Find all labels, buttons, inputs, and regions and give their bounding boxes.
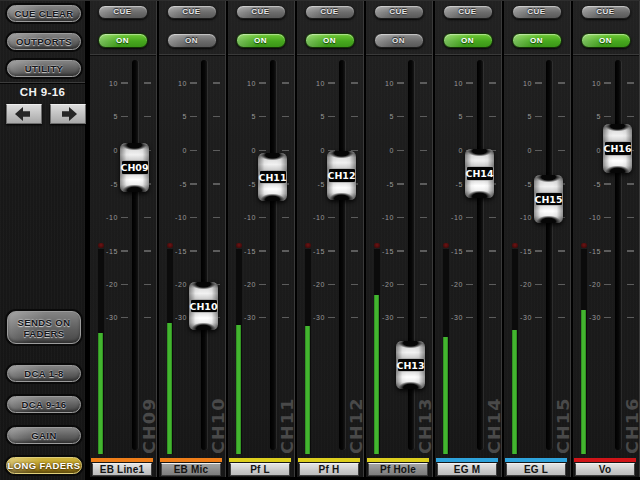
- cue-button-ch15[interactable]: CUE: [512, 5, 562, 20]
- scale-label: -10: [437, 214, 463, 221]
- channel-bank-label: CH 9-16: [0, 86, 85, 98]
- outports-button[interactable]: OUTPORTS: [7, 33, 81, 50]
- scale-label: -15: [299, 248, 325, 255]
- scale-tick: [397, 317, 404, 319]
- channel-strip-ch12: CUEON1050-5-10-15-20-30CH12Pf HCH12: [297, 0, 363, 477]
- scale-tick: [259, 82, 266, 84]
- scale-label: -10: [161, 214, 187, 221]
- cue-button-ch14[interactable]: CUE: [443, 5, 493, 20]
- scale-tick: [604, 82, 611, 84]
- scale-label: -5: [230, 181, 256, 188]
- fader-cap-ch11[interactable]: CH11: [258, 153, 287, 202]
- cue-button-ch12[interactable]: CUE: [305, 5, 355, 20]
- cue-button-ch13[interactable]: CUE: [374, 5, 424, 20]
- scale-tick: [489, 250, 496, 252]
- long-faders-button[interactable]: LONG FADERS: [6, 457, 82, 474]
- channel-name-ch12[interactable]: Pf H: [299, 463, 359, 476]
- cue-button-ch16[interactable]: CUE: [581, 5, 631, 20]
- on-button-ch16[interactable]: ON: [581, 33, 631, 48]
- sends-on-faders-button[interactable]: SENDS ON FADERS: [7, 311, 81, 344]
- strip-separator: [297, 54, 363, 55]
- fader-cap-ch10[interactable]: CH10: [189, 282, 218, 331]
- meter-peak-led: [236, 243, 242, 248]
- dca-1-8-button[interactable]: DCA 1-8: [7, 365, 81, 382]
- fader-slot: [615, 60, 621, 450]
- scale-tick: [397, 116, 404, 118]
- fader-slot: [477, 60, 483, 450]
- scale-label: -5: [368, 181, 394, 188]
- scale-tick: [397, 150, 404, 152]
- scale-tick: [351, 250, 358, 252]
- dca-9-16-button[interactable]: DCA 9-16: [7, 396, 81, 413]
- cue-button-ch10[interactable]: CUE: [167, 5, 217, 20]
- level-meter-fill: [305, 326, 310, 454]
- fader-cap-ch12[interactable]: CH12: [327, 151, 356, 200]
- scale-tick: [489, 317, 496, 319]
- scale-tick: [190, 183, 197, 185]
- scale-label: 0: [92, 147, 118, 154]
- scale-label: -10: [92, 214, 118, 221]
- gain-button[interactable]: GAIN: [7, 427, 81, 444]
- cue-button-ch11[interactable]: CUE: [236, 5, 286, 20]
- scale-label: -30: [92, 314, 118, 321]
- channel-name-ch13[interactable]: Pf Hole: [368, 463, 428, 476]
- channel-name-ch14[interactable]: EG M: [437, 463, 497, 476]
- channel-strip-ch15: CUEON1050-5-10-15-20-30CH15EG LCH15: [504, 0, 570, 477]
- level-meter-fill: [98, 333, 103, 454]
- fader-slot: [408, 60, 414, 450]
- bank-next-button[interactable]: [50, 104, 86, 124]
- utility-button[interactable]: UTILITY: [7, 60, 81, 77]
- scale-tick: [190, 150, 197, 152]
- cue-clear-button[interactable]: CUE CLEAR: [7, 5, 81, 22]
- channel-name-ch11[interactable]: Pf L: [230, 463, 290, 476]
- channel-name-ch16[interactable]: Vo: [575, 463, 635, 476]
- scale-tick: [282, 150, 289, 152]
- fader-slot: [339, 60, 345, 450]
- scale-label: -5: [575, 181, 601, 188]
- channel-name-ch15[interactable]: EG L: [506, 463, 566, 476]
- scale-tick: [351, 317, 358, 319]
- channel-name-ch09[interactable]: EB Line1: [92, 463, 152, 476]
- fader-cap-ch09[interactable]: CH09: [120, 143, 149, 192]
- fader-cap-ch16[interactable]: CH16: [603, 124, 632, 173]
- fader-cap-ch14[interactable]: CH14: [465, 149, 494, 198]
- scale-label: -10: [368, 214, 394, 221]
- scale-label: -30: [368, 314, 394, 321]
- scale-tick: [351, 82, 358, 84]
- scale-label: -10: [575, 214, 601, 221]
- scale-tick: [259, 250, 266, 252]
- scale-tick: [535, 250, 542, 252]
- scale-tick: [259, 317, 266, 319]
- meter-peak-led: [167, 243, 173, 248]
- scale-tick: [282, 116, 289, 118]
- on-button-ch10[interactable]: ON: [167, 33, 217, 48]
- left-arrow-icon: [13, 107, 35, 121]
- channel-number-watermark: CH09: [144, 366, 156, 454]
- scale-tick: [627, 284, 634, 286]
- scale-tick: [604, 284, 611, 286]
- scale-tick: [558, 150, 565, 152]
- on-button-ch12[interactable]: ON: [305, 33, 355, 48]
- scale-tick: [627, 116, 634, 118]
- cue-button-ch09[interactable]: CUE: [98, 5, 148, 20]
- on-button-ch11[interactable]: ON: [236, 33, 286, 48]
- fader-cap-ch15[interactable]: CH15: [534, 175, 563, 224]
- on-button-ch14[interactable]: ON: [443, 33, 493, 48]
- fader-cap-ch13[interactable]: CH13: [396, 341, 425, 390]
- bank-previous-button[interactable]: [6, 104, 42, 124]
- scale-label: -20: [92, 281, 118, 288]
- scale-tick: [558, 116, 565, 118]
- channel-name-ch10[interactable]: EB Mic: [161, 463, 221, 476]
- on-button-ch13[interactable]: ON: [374, 33, 424, 48]
- on-button-ch09[interactable]: ON: [98, 33, 148, 48]
- on-button-ch15[interactable]: ON: [512, 33, 562, 48]
- scale-label: -15: [161, 248, 187, 255]
- scale-label: -20: [161, 281, 187, 288]
- scale-label: 10: [230, 80, 256, 87]
- scale-label: -30: [575, 314, 601, 321]
- level-meter-fill: [581, 310, 586, 454]
- strip-separator: [366, 54, 432, 55]
- channel-number-watermark: CH16: [627, 366, 639, 454]
- scale-tick: [627, 82, 634, 84]
- scale-tick: [282, 82, 289, 84]
